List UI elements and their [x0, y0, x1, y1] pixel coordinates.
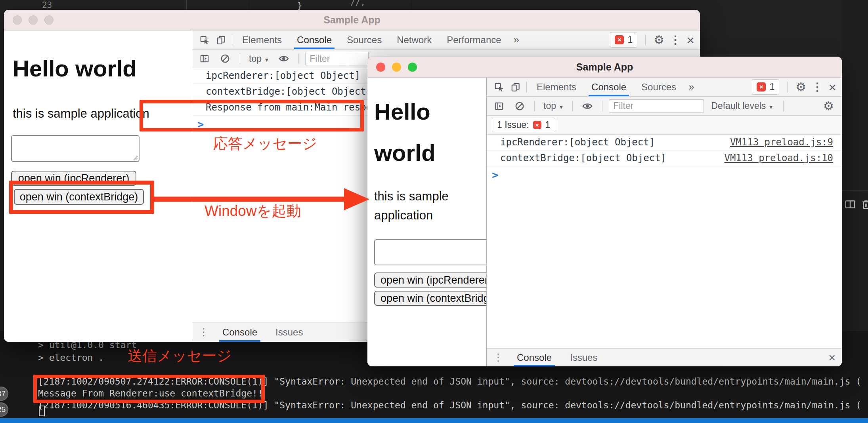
divider [534, 101, 535, 112]
inspect-element-icon[interactable] [491, 79, 507, 95]
source-link[interactable]: VM113 preload.js:9 [730, 135, 833, 150]
divider [645, 34, 646, 46]
message-textarea[interactable] [374, 239, 486, 265]
close-devtools-icon[interactable]: × [828, 80, 836, 94]
divider [298, 53, 299, 64]
tab-console[interactable]: Console [289, 30, 339, 49]
log-levels-selector[interactable]: Default levels ▼ [708, 101, 776, 111]
more-options-icon[interactable]: ⋮ [812, 82, 823, 93]
console-messages[interactable]: ipcRenderer:[object Object] VM113 preloa… [487, 135, 842, 348]
terminal-cursor [39, 406, 45, 416]
split-panel-icon[interactable] [844, 198, 856, 212]
error-icon: × [533, 121, 541, 129]
terminal-line: > electron . [38, 352, 104, 363]
clear-console-icon[interactable] [511, 98, 528, 114]
error-count-badge[interactable]: × 1 [752, 79, 779, 95]
live-expression-eye-icon[interactable] [579, 98, 596, 114]
device-toolbar-icon[interactable] [507, 79, 524, 95]
console-message-row: contextBridge:[object Object] VM113 prel… [487, 151, 842, 166]
trash-icon[interactable] [860, 198, 868, 212]
drawer-tab-issues[interactable]: Issues [272, 322, 306, 342]
divider [787, 82, 788, 93]
divider [240, 53, 240, 64]
console-message-row: ipcRenderer:[object Object] VM113 preloa… [487, 135, 842, 151]
window-title: Sample App [4, 14, 700, 26]
settings-gear-icon[interactable]: ⚙ [795, 81, 806, 93]
console-sidebar-icon[interactable] [491, 98, 507, 114]
tab-performance[interactable]: Performance [439, 30, 509, 49]
error-icon: × [615, 35, 624, 44]
filter-input[interactable] [305, 52, 369, 65]
close-devtools-icon[interactable]: × [686, 33, 694, 47]
clear-console-icon[interactable] [217, 51, 233, 67]
open-win-contextbridge-button[interactable]: open win (contextBridge) [374, 291, 486, 306]
annotation-label-launch: Windowを起動 [205, 201, 301, 221]
console-message: ipcRenderer:[object Object] [500, 135, 730, 150]
editor-code-brace: } [297, 1, 302, 10]
drawer-tab-issues[interactable]: Issues [567, 349, 600, 366]
live-expression-eye-icon[interactable] [275, 51, 292, 67]
zoom-window-button[interactable] [408, 63, 417, 72]
page-heading: Hello world [13, 55, 137, 82]
issue-count-chip[interactable]: 1 Issue: × 1 [492, 118, 555, 132]
annotation-box-button [9, 181, 154, 214]
console-prompt[interactable]: > [487, 166, 842, 181]
source-link[interactable]: VM113 preload.js:10 [724, 151, 833, 166]
drawer-tab-console[interactable]: Console [219, 322, 260, 342]
filter-input[interactable] [609, 99, 704, 113]
editor-indent-guide [410, 0, 410, 10]
tab-console[interactable]: Console [584, 78, 634, 96]
divider [232, 34, 232, 46]
settings-gear-icon[interactable]: ⚙ [654, 34, 664, 46]
page-subtitle: this is sample application [13, 107, 149, 121]
console-sidebar-icon[interactable] [196, 51, 213, 67]
tab-network[interactable]: Network [389, 30, 439, 49]
close-window-button[interactable] [13, 15, 22, 25]
drawer-more-options-icon[interactable]: ⋮ [493, 351, 503, 364]
more-options-icon[interactable]: ⋮ [670, 34, 681, 46]
close-window-button[interactable] [376, 63, 385, 72]
drawer-more-options-icon[interactable]: ⋮ [199, 326, 209, 338]
devtools-panel: Elements Console Sources » × 1 ⚙ ⋮ × [486, 78, 842, 366]
more-tabs-icon[interactable]: » [509, 34, 524, 46]
tab-elements[interactable]: Elements [235, 30, 289, 49]
editor-code-comment: //, [350, 0, 365, 7]
console-toolbar: top ▼ Default levels ▼ ⚙ [487, 97, 842, 116]
divider [602, 101, 602, 112]
page-subtitle: this is sample application [374, 187, 477, 225]
context-selector[interactable]: top ▼ [541, 101, 566, 111]
drawer-tab-console[interactable]: Console [514, 349, 555, 366]
sample-app-window-front: Sample App Hello world this is sample ap… [367, 57, 842, 366]
device-toolbar-icon[interactable] [213, 32, 229, 48]
divider [783, 101, 784, 112]
traffic-lights [13, 15, 54, 25]
divider [526, 82, 527, 93]
inspect-element-icon[interactable] [196, 32, 213, 48]
minimize-window-button[interactable] [29, 15, 38, 25]
status-bar [0, 418, 868, 423]
close-drawer-icon[interactable]: × [828, 351, 835, 364]
textarea-resize-grip[interactable] [132, 155, 138, 162]
editor-line-number: 23 [42, 0, 52, 10]
titlebar[interactable]: Sample App [4, 10, 700, 30]
tab-sources[interactable]: Sources [339, 30, 389, 49]
tab-elements[interactable]: Elements [529, 78, 584, 96]
issues-bar: 1 Issue: × 1 [487, 116, 842, 135]
editor-indent-guide [249, 0, 249, 10]
zoom-window-button[interactable] [44, 15, 54, 25]
console-message: contextBridge:[object Object] [500, 151, 724, 166]
panel-divider [842, 191, 868, 191]
open-win-ipcrenderer-button[interactable]: open win (ipcRenderer) [374, 272, 486, 288]
console-settings-gear-icon[interactable]: ⚙ [823, 100, 838, 112]
titlebar[interactable]: Sample App [367, 57, 842, 78]
devtools-drawer-tabbar: ⋮ Console Issues × [487, 348, 842, 366]
devtools-tabbar: Elements Console Sources Network Perform… [192, 30, 700, 50]
page-heading: Hello world [374, 91, 469, 173]
tab-sources[interactable]: Sources [634, 78, 684, 96]
app-content-pane: Hello world this is sample application o… [367, 78, 486, 366]
message-textarea[interactable] [11, 135, 140, 162]
context-selector[interactable]: top ▼ [247, 53, 271, 64]
more-tabs-icon[interactable]: » [684, 81, 699, 93]
error-count-badge[interactable]: × 1 [610, 32, 637, 48]
minimize-window-button[interactable] [392, 63, 401, 72]
